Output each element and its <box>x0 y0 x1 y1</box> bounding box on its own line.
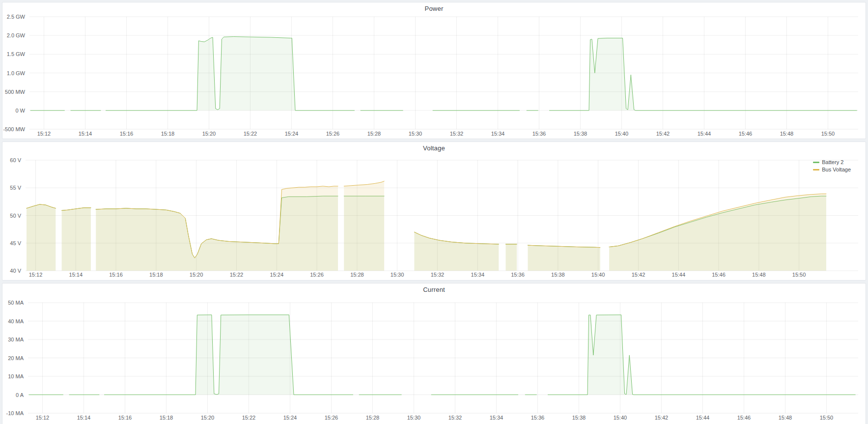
svg-text:15:16: 15:16 <box>109 272 123 278</box>
svg-text:15:16: 15:16 <box>120 131 134 137</box>
svg-text:40 V: 40 V <box>10 268 21 274</box>
svg-text:2.5 GW: 2.5 GW <box>7 14 26 20</box>
svg-text:15:18: 15:18 <box>149 272 163 278</box>
svg-text:15:12: 15:12 <box>37 131 51 137</box>
voltage-panel-header[interactable]: Voltage <box>2 142 866 154</box>
svg-text:2.0 GW: 2.0 GW <box>7 32 26 38</box>
svg-text:30 MA: 30 MA <box>8 337 24 342</box>
svg-text:15:40: 15:40 <box>591 272 605 278</box>
svg-text:15:30: 15:30 <box>391 272 404 278</box>
svg-text:15:28: 15:28 <box>367 131 381 137</box>
svg-text:15:20: 15:20 <box>202 131 216 137</box>
svg-text:15:38: 15:38 <box>574 131 588 137</box>
svg-text:15:38: 15:38 <box>572 415 586 421</box>
legend-item-bus-voltage[interactable]: Bus Voltage <box>813 167 851 172</box>
svg-text:15:46: 15:46 <box>737 415 751 421</box>
svg-text:15:12: 15:12 <box>36 415 50 421</box>
svg-text:-500 MW: -500 MW <box>3 126 25 132</box>
voltage-chart[interactable]: 15:1215:1415:1615:1815:2015:2215:2415:26… <box>2 142 866 280</box>
svg-text:-10 MA: -10 MA <box>6 410 24 416</box>
svg-text:20 MA: 20 MA <box>8 355 24 361</box>
svg-text:15:26: 15:26 <box>310 272 324 278</box>
svg-text:10 MA: 10 MA <box>8 373 24 379</box>
svg-text:15:34: 15:34 <box>490 415 504 421</box>
svg-text:15:40: 15:40 <box>614 415 627 421</box>
svg-text:15:36: 15:36 <box>531 415 545 421</box>
svg-text:55 V: 55 V <box>10 185 21 191</box>
bus-voltage-series-swatch <box>813 169 819 170</box>
svg-text:15:36: 15:36 <box>532 131 546 137</box>
svg-text:15:30: 15:30 <box>409 131 422 137</box>
svg-text:0 A: 0 A <box>16 392 24 398</box>
svg-text:15:26: 15:26 <box>325 415 338 421</box>
series <box>30 37 857 111</box>
axis-labels: 15:1215:1415:1615:1815:2015:2215:2415:26… <box>6 300 834 421</box>
dashboard: Power 15:1215:1415:1615:1815:2015:2215:2… <box>0 0 868 424</box>
svg-text:60 V: 60 V <box>10 157 21 163</box>
power-panel: Power 15:1215:1415:1615:1815:2015:2215:2… <box>2 2 866 139</box>
svg-text:15:16: 15:16 <box>118 415 132 421</box>
current-panel: Current 15:1215:1415:1615:1815:2015:2215… <box>2 283 866 424</box>
svg-text:1.0 GW: 1.0 GW <box>7 70 26 76</box>
svg-text:15:28: 15:28 <box>366 415 380 421</box>
svg-text:0 W: 0 W <box>15 108 25 113</box>
svg-text:15:28: 15:28 <box>350 272 364 278</box>
panel-title-power: Power <box>425 5 444 12</box>
svg-text:15:38: 15:38 <box>551 272 565 278</box>
svg-text:15:46: 15:46 <box>739 131 753 137</box>
svg-text:15:50: 15:50 <box>792 272 806 278</box>
svg-text:15:50: 15:50 <box>820 415 834 421</box>
svg-text:500 MW: 500 MW <box>5 89 26 95</box>
svg-text:40 MA: 40 MA <box>8 318 24 324</box>
svg-text:15:22: 15:22 <box>230 272 244 278</box>
svg-text:15:48: 15:48 <box>779 415 792 421</box>
power-panel-header[interactable]: Power <box>2 2 866 14</box>
svg-text:15:50: 15:50 <box>821 131 835 137</box>
gridlines <box>28 303 858 413</box>
axis-labels: 15:1215:1415:1615:1815:2015:2215:2415:26… <box>3 14 835 137</box>
svg-text:15:44: 15:44 <box>672 272 686 278</box>
svg-text:15:48: 15:48 <box>752 272 766 278</box>
svg-text:1.5 GW: 1.5 GW <box>7 51 26 57</box>
svg-text:15:34: 15:34 <box>491 131 505 137</box>
svg-text:15:32: 15:32 <box>450 131 464 137</box>
svg-text:15:20: 15:20 <box>201 415 215 421</box>
svg-text:50 V: 50 V <box>10 213 21 219</box>
svg-text:15:18: 15:18 <box>160 415 173 421</box>
series-bus-voltage <box>27 181 826 271</box>
svg-text:15:24: 15:24 <box>283 415 297 421</box>
svg-text:15:42: 15:42 <box>656 131 670 137</box>
series <box>29 315 855 395</box>
svg-text:15:14: 15:14 <box>79 131 92 137</box>
voltage-panel: Voltage 15:1215:1415:1615:1815:2015:2215… <box>2 141 866 281</box>
legend-item-battery-2[interactable]: Battery 2 <box>813 159 843 165</box>
svg-text:15:22: 15:22 <box>244 131 257 137</box>
svg-text:15:34: 15:34 <box>471 272 485 278</box>
svg-text:15:14: 15:14 <box>69 272 83 278</box>
svg-text:15:44: 15:44 <box>696 415 710 421</box>
current-panel-header[interactable]: Current <box>2 283 866 295</box>
panel-title-voltage: Voltage <box>423 144 445 152</box>
power-chart[interactable]: 15:1215:1415:1615:1815:2015:2215:2415:26… <box>2 2 866 139</box>
gridlines <box>29 17 858 129</box>
svg-text:15:24: 15:24 <box>270 272 284 278</box>
legend-label-battery-2: Battery 2 <box>822 159 843 165</box>
svg-text:15:32: 15:32 <box>431 272 445 278</box>
svg-text:15:36: 15:36 <box>511 272 525 278</box>
svg-text:15:24: 15:24 <box>285 131 299 137</box>
svg-text:15:32: 15:32 <box>448 415 462 421</box>
panel-title-current: Current <box>423 286 445 293</box>
svg-text:45 V: 45 V <box>10 240 21 246</box>
svg-text:15:42: 15:42 <box>632 272 645 278</box>
svg-text:15:14: 15:14 <box>77 415 91 421</box>
current-chart[interactable]: 15:1215:1415:1615:1815:2015:2215:2415:26… <box>2 283 866 424</box>
svg-text:15:30: 15:30 <box>407 415 421 421</box>
svg-text:15:42: 15:42 <box>655 415 669 421</box>
svg-text:15:40: 15:40 <box>615 131 629 137</box>
legend-label-bus-voltage: Bus Voltage <box>822 167 851 172</box>
battery-2-series-swatch <box>813 162 819 163</box>
svg-text:15:12: 15:12 <box>29 272 43 278</box>
svg-text:15:20: 15:20 <box>190 272 203 278</box>
svg-text:15:44: 15:44 <box>698 131 711 137</box>
svg-text:15:48: 15:48 <box>780 131 794 137</box>
